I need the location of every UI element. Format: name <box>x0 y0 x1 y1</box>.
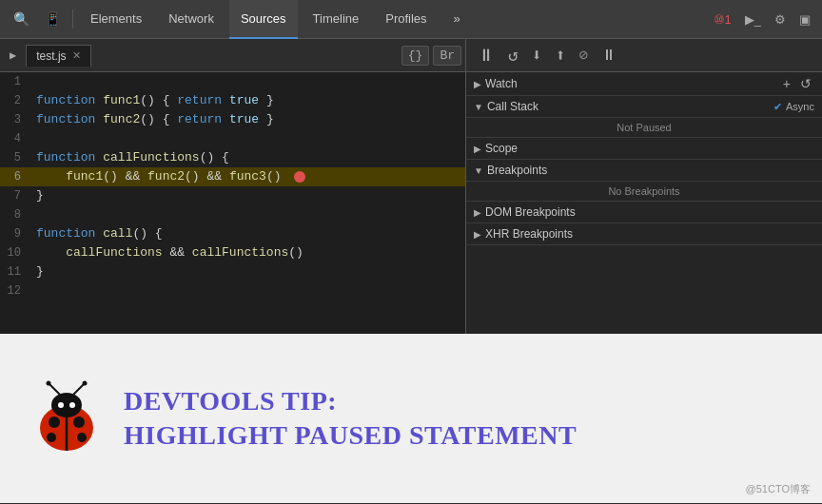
pause-button[interactable]: ⏸ <box>474 44 499 68</box>
code-line-11: 11 } <box>0 262 465 281</box>
svg-point-11 <box>58 402 64 408</box>
file-tab-bar: ▶ test.js ✕ {} Br <box>0 39 465 72</box>
callstack-section-header[interactable]: ▼ Call Stack ✔ Async <box>466 96 822 118</box>
no-breakpoints-text: No Breakpoints <box>608 185 679 197</box>
code-line-10: 10 callFunctions && callFunctions() <box>0 243 465 262</box>
tab-profiles[interactable]: Profiles <box>374 0 438 39</box>
breakpoints-section-header[interactable]: ▼ Breakpoints <box>466 160 822 182</box>
svg-point-12 <box>69 402 75 408</box>
format-button[interactable]: Br <box>433 46 461 66</box>
code-line-5: 5 function callFunctions() { <box>0 148 465 167</box>
watch-section-header[interactable]: ▶ Watch + ↺ <box>466 72 822 96</box>
close-tab-icon[interactable]: ✕ <box>72 49 81 62</box>
deactivate-button[interactable]: ⊘ <box>576 44 593 67</box>
scope-label: Scope <box>485 142 518 155</box>
code-line-1: 1 <box>0 72 465 91</box>
dom-breakpoints-label: DOM Breakpoints <box>485 205 576 219</box>
terminal-icon[interactable]: ▶_ <box>741 10 765 29</box>
async-label-text: Async <box>786 101 814 112</box>
tip-text: DevTools Tip: Highlight Paused Statement <box>124 386 577 451</box>
code-line-2: 2 function func1() { return true } <box>0 91 465 110</box>
toolbar-right: ⑩1 ▶_ ⚙ ▣ <box>710 10 814 29</box>
async-checkmark: ✔ <box>773 101 782 113</box>
main-content: ▶ test.js ✕ {} Br 1 2 function func1() {… <box>0 39 822 334</box>
tab-network[interactable]: Network <box>157 0 225 39</box>
callstack-label: Call Stack <box>487 100 538 113</box>
divider-1 <box>72 10 73 29</box>
tab-timeline[interactable]: Timeline <box>302 0 371 39</box>
svg-line-7 <box>49 384 60 395</box>
file-tab-testjs[interactable]: test.js ✕ <box>26 45 90 67</box>
async-toggle[interactable]: ✔ Async <box>773 101 814 113</box>
debug-toolbar: ⏸ ↺ ⬇ ⬆ ⊘ ⏸ <box>466 39 822 72</box>
watch-refresh-button[interactable]: ↺ <box>797 76 814 91</box>
debug-panel: ⏸ ↺ ⬇ ⬆ ⊘ ⏸ ▶ Watch + ↺ ▼ Call Stack ✔ A… <box>466 39 822 334</box>
tip-section: DevTools Tip: Highlight Paused Statement <box>0 334 822 503</box>
callstack-body: Not Paused <box>466 118 822 138</box>
scope-section-header[interactable]: ▶ Scope <box>466 138 822 160</box>
code-panel: ▶ test.js ✕ {} Br 1 2 function func1() {… <box>0 39 466 334</box>
file-tab-actions: {} Br <box>401 46 461 66</box>
watch-add-button[interactable]: + <box>780 76 793 91</box>
svg-point-8 <box>47 381 51 386</box>
svg-point-10 <box>83 381 88 386</box>
tab-elements[interactable]: Elements <box>79 0 153 39</box>
error-counter[interactable]: ⑩1 <box>710 10 735 29</box>
devtools-toolbar: 🔍 📱 Elements Network Sources Timeline Pr… <box>0 0 822 39</box>
breakpoints-triangle: ▼ <box>474 165 483 176</box>
ladybug-icon <box>29 380 105 456</box>
step-over-button[interactable]: ↺ <box>504 43 522 68</box>
tab-more[interactable]: » <box>442 0 472 39</box>
dom-breakpoints-header[interactable]: ▶ DOM Breakpoints <box>466 202 822 223</box>
not-paused-text: Not Paused <box>616 122 671 133</box>
svg-point-3 <box>49 417 60 428</box>
breakpoints-label: Breakpoints <box>487 164 547 177</box>
watch-triangle: ▶ <box>474 79 481 89</box>
pretty-print-button[interactable]: {} <box>401 46 430 66</box>
svg-point-5 <box>47 433 56 442</box>
code-line-12: 12 <box>0 281 465 300</box>
code-line-7: 7 } <box>0 186 465 205</box>
tip-subtitle: Highlight Paused Statement <box>124 420 577 451</box>
code-line-6: 6 func1() && func2() && func3() <box>0 167 465 186</box>
search-icon[interactable]: 🔍 <box>8 8 35 31</box>
run-button[interactable]: ▶ <box>4 47 22 65</box>
code-line-9: 9 function call() { <box>0 224 465 243</box>
xhr-breakpoints-label: XHR Breakpoints <box>485 227 573 241</box>
code-line-4: 4 <box>0 129 465 148</box>
dock-icon[interactable]: ▣ <box>795 10 814 29</box>
svg-point-6 <box>77 433 87 442</box>
mobile-icon[interactable]: 📱 <box>39 8 67 31</box>
step-up-button[interactable]: ⬆ <box>552 43 570 68</box>
watch-label: Watch <box>485 77 518 90</box>
dom-breakpoints-triangle: ▶ <box>474 207 481 218</box>
tip-title: DevTools Tip: <box>124 386 577 417</box>
xhr-breakpoints-triangle: ▶ <box>474 229 481 240</box>
pause-exceptions-button[interactable]: ⏸ <box>597 45 620 67</box>
watermark: @51CTO博客 <box>746 482 811 496</box>
svg-line-9 <box>73 384 84 395</box>
scope-triangle: ▶ <box>474 144 481 154</box>
settings-icon[interactable]: ⚙ <box>771 10 790 29</box>
code-editor: 1 2 function func1() { return true } 3 f… <box>0 72 465 334</box>
code-line-8: 8 <box>0 205 465 224</box>
xhr-breakpoints-header[interactable]: ▶ XHR Breakpoints <box>466 223 822 245</box>
tab-sources[interactable]: Sources <box>229 0 298 39</box>
step-down-button[interactable]: ⬇ <box>528 43 546 68</box>
breakpoints-body: No Breakpoints <box>466 182 822 202</box>
svg-point-4 <box>73 417 85 428</box>
file-tab-label: test.js <box>36 49 66 63</box>
callstack-triangle: ▼ <box>474 102 483 112</box>
code-line-3: 3 function func2() { return true } <box>0 110 465 129</box>
